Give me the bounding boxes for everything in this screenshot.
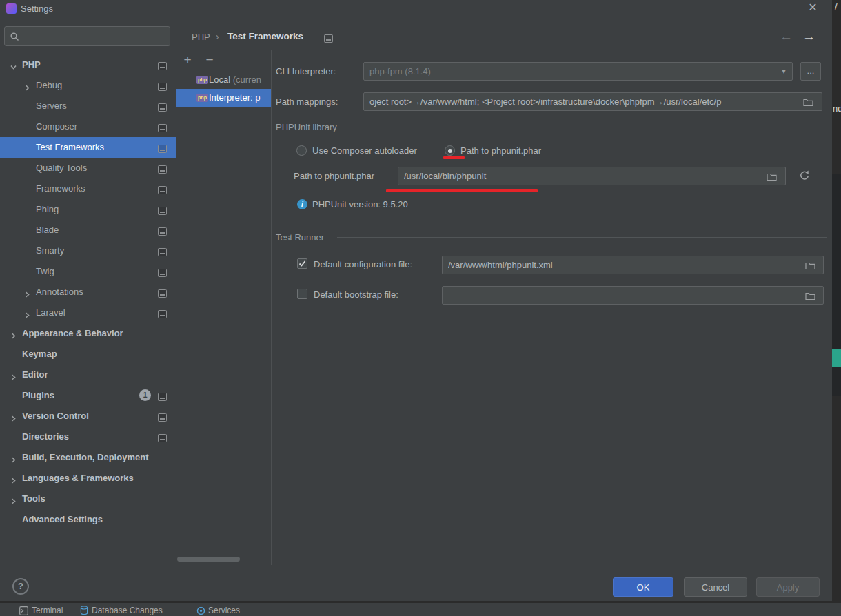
statusbar-item-services[interactable]: Services bbox=[208, 606, 240, 615]
chevron-right-icon[interactable] bbox=[10, 475, 17, 482]
forward-arrow-icon[interactable]: → bbox=[802, 29, 815, 44]
modified-marker-icon bbox=[158, 164, 167, 172]
interpreter-item-label: Local (curren bbox=[209, 74, 261, 85]
interpreter-item-name: Interpreter: p bbox=[209, 92, 260, 103]
modified-marker-icon bbox=[158, 61, 167, 69]
chevron-right-icon[interactable] bbox=[23, 309, 31, 317]
sidebar-item-label: Blade bbox=[36, 225, 59, 235]
folder-icon[interactable] bbox=[805, 260, 815, 273]
modified-marker-icon bbox=[158, 185, 167, 193]
sidebar-item-blade[interactable]: Blade bbox=[0, 220, 176, 240]
cli-interpreter-more-button[interactable]: ... bbox=[800, 62, 821, 81]
default-bootstrap-label[interactable]: Default bootstrap file: bbox=[314, 289, 398, 300]
cli-interpreter-label: CLI Interpreter: bbox=[276, 66, 336, 76]
php-interpreter-icon: php bbox=[196, 76, 208, 84]
path-mappings-field[interactable] bbox=[363, 92, 822, 111]
sidebar-item-version-control[interactable]: Version Control bbox=[0, 406, 176, 427]
sidebar-item-label: Debug bbox=[36, 80, 62, 90]
sidebar-item-keymap[interactable]: Keymap bbox=[0, 344, 176, 365]
help-button[interactable]: ? bbox=[12, 578, 29, 595]
back-arrow-icon[interactable]: ← bbox=[780, 29, 793, 44]
sidebar-item-phing[interactable]: Phing bbox=[0, 199, 176, 220]
sidebar-item-editor[interactable]: Editor bbox=[0, 365, 176, 385]
sidebar-item-label: Twig bbox=[36, 266, 54, 276]
sidebar-item-label: PHP bbox=[22, 59, 41, 70]
sidebar-item-appearance-behavior[interactable]: Appearance & Behavior bbox=[0, 323, 176, 344]
sidebar-item-annotations[interactable]: Annotations bbox=[0, 282, 176, 302]
chevron-down-icon[interactable] bbox=[10, 61, 17, 69]
section-divider bbox=[353, 127, 827, 127]
path-mappings-label: Path mappings: bbox=[276, 96, 338, 107]
sidebar-item-tools[interactable]: Tools bbox=[0, 489, 176, 509]
sidebar-item-label: Test Frameworks bbox=[36, 142, 104, 152]
sidebar-item-frameworks[interactable]: Frameworks bbox=[0, 178, 176, 199]
sidebar-item-debug[interactable]: Debug bbox=[0, 75, 176, 96]
breadcrumb-current: Test Frameworks bbox=[227, 31, 303, 41]
breadcrumb-root[interactable]: PHP bbox=[192, 32, 210, 42]
phpunit-version-text: PHPUnit version: 9.5.20 bbox=[312, 199, 408, 209]
chevron-right-icon[interactable] bbox=[10, 495, 17, 503]
close-icon[interactable]: ✕ bbox=[805, 0, 820, 15]
sidebar-item-label: Servers bbox=[36, 101, 67, 111]
default-config-field[interactable] bbox=[442, 256, 824, 274]
default-config-label[interactable]: Default configuration file: bbox=[314, 259, 412, 269]
path-to-phar-radio[interactable] bbox=[445, 145, 455, 156]
breadcrumb-separator-icon: › bbox=[216, 31, 219, 42]
statusbar-item-terminal[interactable]: Terminal bbox=[32, 606, 63, 615]
ok-button[interactable]: OK bbox=[613, 577, 673, 597]
sidebar-item-advanced-settings[interactable]: Advanced Settings bbox=[0, 509, 176, 530]
folder-icon[interactable] bbox=[805, 291, 815, 303]
sidebar-item-build-execution-deployment[interactable]: Build, Execution, Deployment bbox=[0, 447, 176, 468]
database-icon bbox=[80, 606, 88, 616]
sidebar-item-label: Annotations bbox=[36, 287, 83, 297]
sidebar-item-directories[interactable]: Directories bbox=[0, 427, 176, 447]
annotation-underline-radio bbox=[443, 156, 465, 159]
sidebar-item-label: Plugins bbox=[22, 390, 54, 400]
default-bootstrap-checkbox[interactable] bbox=[297, 289, 307, 299]
statusbar-item-database-changes[interactable]: Database Changes bbox=[92, 606, 163, 615]
folder-icon[interactable] bbox=[803, 97, 813, 110]
sidebar-item-twig[interactable]: Twig bbox=[0, 261, 176, 282]
sidebar-item-label: Frameworks bbox=[36, 183, 85, 194]
interpreter-item-label: Interpreter: p bbox=[209, 92, 260, 103]
sidebar-item-test-frameworks[interactable]: Test Frameworks bbox=[0, 137, 176, 158]
sidebar-item-label: Smarty bbox=[36, 245, 64, 256]
settings-dialog: Settings ✕ PHPDebugServersComposerTest F… bbox=[0, 0, 832, 601]
sidebar-item-plugins[interactable]: Plugins1 bbox=[0, 385, 176, 406]
interpreter-list-item[interactable]: phpInterpreter: p bbox=[176, 89, 271, 107]
default-bootstrap-field[interactable] bbox=[442, 286, 824, 305]
panel-divider bbox=[271, 50, 272, 565]
cli-interpreter-combo[interactable]: php-fpm (8.1.4) ▾ bbox=[363, 62, 793, 81]
chevron-right-icon[interactable] bbox=[10, 413, 17, 420]
modified-marker-icon bbox=[158, 288, 167, 296]
chevron-right-icon[interactable] bbox=[10, 454, 17, 462]
chevron-right-icon[interactable] bbox=[23, 82, 31, 90]
composer-autoloader-radio-label[interactable]: Use Composer autoloader bbox=[312, 145, 417, 156]
phar-path-field[interactable] bbox=[398, 167, 786, 185]
background-editor-text: / bbox=[835, 1, 838, 12]
chevron-right-icon[interactable] bbox=[10, 371, 17, 379]
sidebar-item-smarty[interactable]: Smarty bbox=[0, 240, 176, 261]
horizontal-scrollbar[interactable] bbox=[177, 557, 240, 562]
sidebar-item-label: Languages & Frameworks bbox=[22, 473, 134, 483]
sidebar-item-languages-frameworks[interactable]: Languages & Frameworks bbox=[0, 468, 176, 489]
folder-icon[interactable] bbox=[767, 172, 777, 184]
sidebar-item-composer[interactable]: Composer bbox=[0, 116, 176, 137]
modified-marker-icon bbox=[158, 205, 167, 214]
modified-marker-icon bbox=[158, 143, 167, 152]
sidebar-item-php[interactable]: PHP bbox=[0, 54, 176, 75]
modified-marker-icon bbox=[158, 81, 167, 90]
sidebar-item-quality-tools[interactable]: Quality Tools bbox=[0, 158, 176, 178]
cancel-button[interactable]: Cancel bbox=[684, 577, 747, 597]
sidebar-item-laravel[interactable]: Laravel bbox=[0, 302, 176, 323]
default-config-checkbox[interactable] bbox=[297, 258, 307, 269]
sidebar-item-servers[interactable]: Servers bbox=[0, 96, 176, 116]
apply-button: Apply bbox=[756, 577, 820, 597]
phpunit-library-section-label: PHPUnit library bbox=[276, 122, 337, 132]
path-to-phar-radio-label[interactable]: Path to phpunit.phar bbox=[460, 145, 541, 156]
chevron-right-icon[interactable] bbox=[23, 289, 31, 296]
composer-autoloader-radio[interactable] bbox=[296, 145, 307, 156]
interpreter-list-item[interactable]: phpLocal (curren bbox=[176, 71, 271, 89]
refresh-icon[interactable] bbox=[798, 170, 811, 185]
chevron-right-icon[interactable] bbox=[10, 330, 17, 338]
